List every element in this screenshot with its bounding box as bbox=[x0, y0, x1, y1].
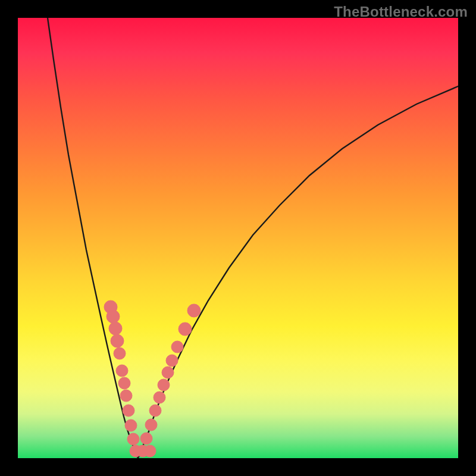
curve-marker bbox=[162, 367, 174, 378]
curve-marker bbox=[140, 433, 152, 444]
curve-marker bbox=[178, 322, 192, 336]
plot-area bbox=[18, 18, 458, 458]
curve-marker bbox=[118, 377, 130, 389]
curve-marker bbox=[125, 419, 137, 431]
curve-marker bbox=[123, 405, 134, 416]
curve-marker bbox=[166, 355, 178, 367]
curve-marker bbox=[109, 322, 122, 335]
curve-marker bbox=[127, 433, 139, 445]
curve-marker bbox=[116, 365, 128, 377]
chart-frame: TheBottleneck.com bbox=[0, 0, 476, 476]
curve-markers bbox=[104, 300, 201, 457]
curve-layer bbox=[18, 18, 458, 458]
curve-marker bbox=[120, 390, 132, 402]
curve-marker bbox=[158, 379, 170, 391]
curve-right-branch bbox=[138, 86, 458, 458]
curve-marker bbox=[111, 334, 124, 347]
curve-marker bbox=[154, 392, 165, 403]
curve-marker bbox=[187, 304, 201, 317]
curve-marker bbox=[144, 445, 156, 457]
curve-marker bbox=[107, 310, 120, 323]
curve-marker bbox=[149, 405, 161, 416]
curve-marker bbox=[114, 347, 126, 359]
curve-marker bbox=[145, 419, 157, 431]
curve-marker bbox=[171, 341, 183, 353]
